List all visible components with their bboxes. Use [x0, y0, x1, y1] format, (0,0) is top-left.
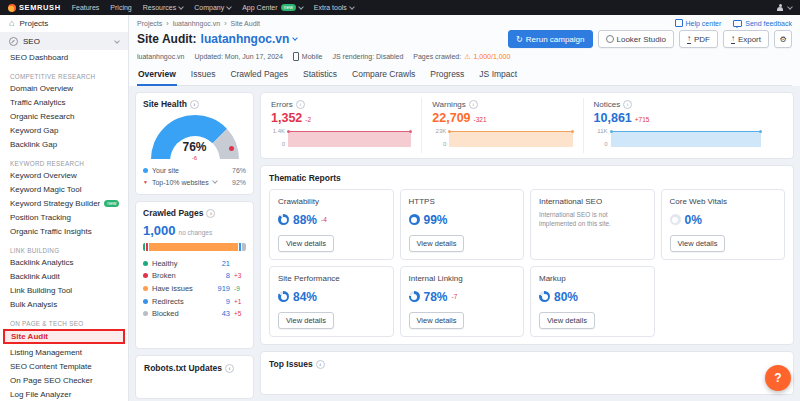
- breadcrumb-site-audit: Site Audit: [230, 20, 260, 27]
- export-arrow-icon: ↑: [731, 35, 735, 44]
- breadcrumb: Projects › luatanhngoc.vn › Site Audit H…: [137, 19, 792, 27]
- sidebar-item-projects[interactable]: ⌂ Projects: [0, 15, 128, 33]
- help-center-link[interactable]: Help center: [675, 19, 722, 27]
- chevron-down-icon: [226, 4, 232, 10]
- warnings-stat[interactable]: Warnings 22,709 -321 23K0: [421, 98, 582, 153]
- sidebar-group-seo[interactable]: SEO: [0, 33, 128, 50]
- view-details-button[interactable]: View details: [409, 235, 465, 252]
- sidebar-item-backlink-audit[interactable]: Backlink Audit: [0, 269, 128, 283]
- sidebar-item-position-tracking[interactable]: Position Tracking: [0, 210, 128, 224]
- view-details-button[interactable]: View details: [409, 312, 465, 329]
- legend-your-site: Your site 76%: [143, 164, 246, 176]
- sidebar-section-link-building: LINK BUILDING: [0, 238, 128, 255]
- legend-top-websites[interactable]: ▼ Top-10% websites 92%: [143, 176, 246, 188]
- mobile-icon: [293, 52, 299, 61]
- nav-company[interactable]: Company: [194, 4, 231, 11]
- sidebar-section-keyword-research: KEYWORD RESEARCH: [0, 151, 128, 168]
- sidebar-item-site-audit[interactable]: Site Audit: [3, 329, 125, 344]
- tab-compare-crawls[interactable]: Compare Crawls: [351, 66, 416, 85]
- view-details-button[interactable]: View details: [539, 312, 595, 329]
- help-fab-button[interactable]: ?: [765, 365, 791, 391]
- crawled-row-broken[interactable]: Broken 8 +3: [143, 270, 246, 283]
- sidebar-item-domain-overview[interactable]: Domain Overview: [0, 81, 128, 95]
- nav-extra-tools[interactable]: Extra tools: [314, 4, 354, 11]
- sidebar-item-seo-content-template[interactable]: SEO Content Template: [0, 359, 128, 373]
- crawled-pages-card: Crawled Pages 1,000 no changes: [135, 201, 254, 349]
- breadcrumb-projects[interactable]: Projects: [137, 20, 162, 27]
- looker-studio-button[interactable]: Looker Studio: [598, 30, 674, 48]
- tab-js-impact[interactable]: JS Impact: [478, 66, 518, 85]
- errors-stat[interactable]: Errors 1,352 -2 1.4K0: [261, 98, 421, 153]
- sidebar-item-keyword-strategy-builder[interactable]: Keyword Strategy Builder new: [0, 196, 128, 210]
- crawled-row-redirects[interactable]: Redirects 9 +1: [143, 295, 246, 308]
- chevron-down-icon: [178, 4, 184, 10]
- crawled-pages-stacked-bar: [143, 243, 246, 251]
- info-icon: [469, 100, 478, 109]
- sidebar-item-backlink-analytics[interactable]: Backlink Analytics: [0, 255, 128, 269]
- sidebar-item-keyword-overview[interactable]: Keyword Overview: [0, 168, 128, 182]
- sidebar-item-backlink-gap[interactable]: Backlink Gap: [0, 137, 128, 151]
- sidebar-item-keyword-magic-tool[interactable]: Keyword Magic Tool: [0, 182, 128, 196]
- tab-statistics[interactable]: Statistics: [302, 66, 338, 85]
- sidebar-item-organic-research[interactable]: Organic Research: [0, 109, 128, 123]
- warnings-sparkline: 23K0: [432, 128, 572, 147]
- top-nav: SEMRUSH Features Pricing Resources Compa…: [0, 0, 800, 15]
- new-badge: new: [281, 4, 296, 11]
- tab-progress[interactable]: Progress: [429, 66, 465, 85]
- red-triangle-icon: ▼: [143, 180, 148, 185]
- nav-app-center[interactable]: App Centernew: [242, 4, 303, 11]
- errors-sparkline: 1.4K0: [271, 128, 411, 147]
- thematic-site-performance: Site Performance 84% View details: [269, 266, 394, 337]
- robots-txt-card: Robots.txt Updates: [135, 355, 254, 399]
- view-details-button[interactable]: View details: [278, 235, 334, 252]
- thematic-crawlability: Crawlability 88% -4 View details: [269, 189, 394, 260]
- tab-crawled-pages[interactable]: Crawled Pages: [229, 66, 289, 85]
- sidebar-item-on-page-seo-checker[interactable]: On Page SEO Checker: [0, 373, 128, 387]
- chevron-down-icon[interactable]: [787, 4, 793, 10]
- sidebar-item-organic-traffic-insights[interactable]: Organic Traffic Insights: [0, 224, 128, 238]
- issues-summary-card: Errors 1,352 -2 1.4K0 Warnings: [260, 92, 794, 159]
- bar-segment-redirects: [239, 243, 241, 251]
- meta-device: Mobile: [293, 52, 323, 61]
- sidebar-item-traffic-analytics[interactable]: Traffic Analytics: [0, 95, 128, 109]
- user-avatar-icon[interactable]: [776, 4, 784, 12]
- sidebar-item-bulk-analysis[interactable]: Bulk Analysis: [0, 297, 128, 311]
- view-details-button[interactable]: View details: [278, 312, 334, 329]
- settings-button[interactable]: ⚙: [774, 30, 792, 48]
- breadcrumb-domain[interactable]: luatanhngoc.vn: [173, 20, 220, 27]
- blue-dot-icon: [143, 299, 148, 304]
- progress-ring-icon: [670, 214, 681, 225]
- bar-segment-blocked: [242, 243, 246, 251]
- nav-pricing[interactable]: Pricing: [110, 4, 131, 11]
- bar-segment-broken: [146, 243, 148, 251]
- export-arrow-icon: ↑: [687, 35, 691, 44]
- send-feedback-link[interactable]: Send feedback: [733, 20, 792, 27]
- tab-issues[interactable]: Issues: [190, 66, 217, 85]
- semrush-logo[interactable]: SEMRUSH: [8, 3, 61, 12]
- export-button[interactable]: ↑ Export: [723, 30, 769, 48]
- nav-features[interactable]: Features: [72, 4, 100, 11]
- pdf-button[interactable]: ↑ PDF: [679, 30, 718, 48]
- rerun-campaign-button[interactable]: ↻ Rerun campaign: [508, 30, 592, 48]
- sidebar-item-listing-management[interactable]: Listing Management: [0, 345, 128, 359]
- sidebar-item-log-file-analyzer[interactable]: Log File Analyzer: [0, 387, 128, 401]
- sidebar-item-seo-dashboard[interactable]: SEO Dashboard: [0, 50, 128, 64]
- new-badge: new: [104, 200, 119, 207]
- nav-resources[interactable]: Resources: [143, 4, 183, 11]
- sidebar-item-link-building-tool[interactable]: Link Building Tool: [0, 283, 128, 297]
- refresh-icon: ↻: [516, 35, 523, 44]
- gear-icon: ⚙: [779, 35, 786, 44]
- tab-overview[interactable]: Overview: [137, 66, 177, 86]
- notices-stat[interactable]: Notices 10,861 +715 11K0: [583, 98, 793, 153]
- feedback-bubble-icon: [733, 20, 742, 27]
- home-icon: ⌂: [9, 19, 14, 28]
- domain-selector[interactable]: luatanhngoc.vn: [201, 32, 298, 46]
- crawled-row-healthy[interactable]: Healthy 21: [143, 257, 246, 270]
- sidebar-item-keyword-gap[interactable]: Keyword Gap: [0, 123, 128, 137]
- crawled-row-blocked[interactable]: Blocked 43 +5: [143, 307, 246, 320]
- crawled-row-have-issues[interactable]: Have issues 919 -9: [143, 282, 246, 295]
- view-details-button[interactable]: View details: [670, 235, 726, 252]
- thematic-reports-card: Thematic Reports Crawlability 88% -4 Vie…: [260, 165, 794, 345]
- seo-icon: [9, 37, 18, 46]
- notices-delta: +715: [635, 116, 650, 123]
